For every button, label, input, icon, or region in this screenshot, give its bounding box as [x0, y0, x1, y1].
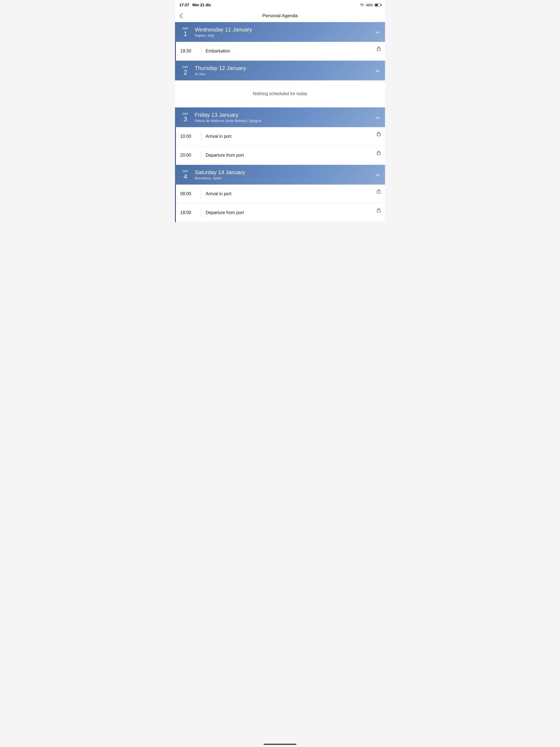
day-4-number: DAY 4: [180, 170, 190, 180]
page-title: Personal Agenda: [262, 13, 298, 19]
agenda-container: DAY 1 Wednesday 11 January Naples, Italy…: [175, 22, 385, 222]
day4-event-1-time: 08:00: [180, 191, 197, 196]
day-2-chevron-icon: [376, 68, 380, 74]
day-4-chevron-icon: [376, 172, 380, 178]
day-2-location: At Sea: [195, 72, 246, 76]
status-bar: 17:27 Mer 21 dic 48%: [175, 0, 385, 10]
svg-rect-0: [377, 48, 380, 51]
day-3-location: Palma de Mallorca (Isole Baleari), Spagn…: [195, 119, 261, 123]
day-1-header[interactable]: DAY 1 Wednesday 11 January Naples, Italy: [175, 22, 385, 42]
time: 17:27: [179, 3, 189, 7]
day-2-empty: Nothing scheduled for today: [175, 80, 385, 107]
day-1-location: Naples, Italy: [195, 33, 252, 37]
day4-event-2-divider: [201, 208, 201, 217]
day-4-name: Saturday 14 January: [195, 169, 245, 176]
day4-event-2-lock-icon: [377, 208, 381, 213]
svg-rect-2: [377, 152, 380, 155]
day-1-chevron-icon: [376, 29, 380, 35]
day3-event-1-time: 10:00: [180, 134, 197, 139]
day-1-name: Wednesday 11 January: [195, 27, 252, 33]
day-3-header-left: DAY 3 Friday 13 January Palma de Mallorc…: [180, 112, 261, 123]
day-2-empty-text: Nothing scheduled for today: [253, 91, 307, 96]
day-4-info: Saturday 14 January Barcelona, Spain: [195, 169, 245, 180]
day4-event-2-title: Departure from port: [206, 210, 381, 215]
day-3-name: Friday 13 January: [195, 112, 261, 118]
day3-event-2-divider: [201, 151, 201, 160]
battery-icon: [375, 4, 381, 6]
day-4-header[interactable]: DAY 4 Saturday 14 January Barcelona, Spa…: [175, 165, 385, 185]
day3-event-2-lock-icon: [377, 150, 381, 156]
day3-event-2-time: 20:00: [180, 153, 197, 158]
battery-percentage: 48%: [366, 3, 373, 7]
day3-event-2-title: Departure from port: [206, 153, 381, 158]
day-1-event-1: 19:30 Embarkation: [175, 42, 385, 61]
day-3-event-1: 10:00 Arrival in port: [175, 127, 385, 146]
status-bar-right: 48%: [360, 3, 381, 7]
day-3-number: DAY 3: [180, 112, 190, 122]
day-2-number: DAY 2: [180, 66, 190, 75]
svg-rect-3: [377, 191, 380, 193]
day-2-info: Thursday 12 January At Sea: [195, 65, 246, 76]
svg-rect-1: [377, 133, 380, 136]
svg-rect-4: [377, 210, 380, 212]
day-3-info: Friday 13 January Palma de Mallorca (Iso…: [195, 112, 261, 123]
day-1-number: DAY 1: [180, 27, 190, 37]
day-4-location: Barcelona, Spain: [195, 176, 245, 180]
day-3-header[interactable]: DAY 3 Friday 13 January Palma de Mallorc…: [175, 107, 385, 127]
day-2-name: Thursday 12 January: [195, 65, 246, 71]
event-1-title: Embarkation: [206, 49, 381, 54]
day-4-event-2: 18:00 Departure from port: [175, 203, 385, 222]
day3-event-1-title: Arrival in port: [206, 134, 381, 139]
date: Mer 21 dic: [192, 3, 211, 7]
day-4-event-1: 08:00 Arrival in port: [175, 185, 385, 203]
event-1-time: 19:30: [180, 49, 197, 54]
day-2-header[interactable]: DAY 2 Thursday 12 January At Sea: [175, 61, 385, 80]
wifi-icon: [360, 3, 364, 7]
day3-event-1-divider: [201, 132, 201, 141]
day4-event-1-lock-icon: [377, 189, 381, 195]
day3-event-1-lock-icon: [377, 131, 381, 137]
day-1-info: Wednesday 11 January Naples, Italy: [195, 27, 252, 37]
event-1-divider: [201, 47, 201, 55]
day4-event-1-divider: [201, 189, 201, 198]
day4-event-2-time: 18:00: [180, 210, 197, 215]
day-2-header-left: DAY 2 Thursday 12 January At Sea: [180, 65, 246, 76]
day-4-header-left: DAY 4 Saturday 14 January Barcelona, Spa…: [180, 169, 245, 180]
day-3-event-2: 20:00 Departure from port: [175, 146, 385, 165]
day4-event-1-title: Arrival in port: [206, 191, 381, 196]
event-1-lock-icon: [377, 46, 381, 52]
status-bar-left: 17:27 Mer 21 dic: [179, 3, 211, 7]
nav-header: Personal Agenda: [175, 10, 385, 22]
back-button[interactable]: [179, 13, 183, 19]
day-1-header-left: DAY 1 Wednesday 11 January Naples, Italy: [180, 27, 252, 37]
day-3-chevron-icon: [376, 114, 380, 120]
